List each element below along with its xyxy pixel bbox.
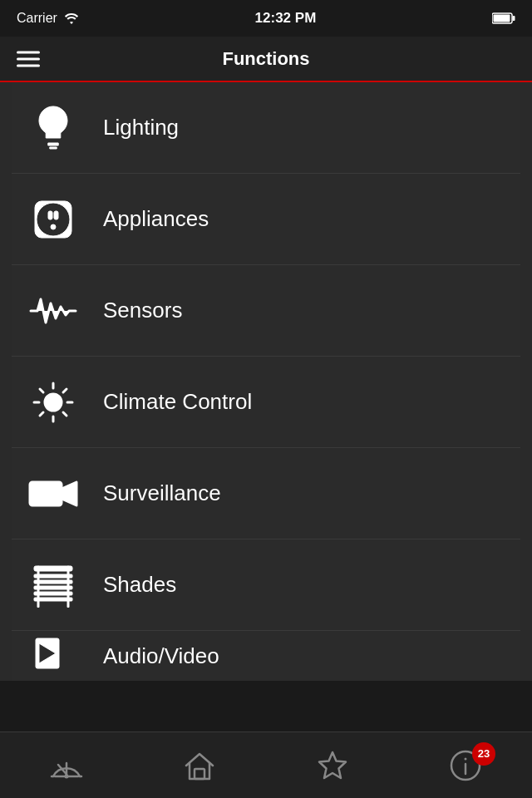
svg-rect-24 [34,598,72,601]
surveillance-label: Surveillance [103,480,221,506]
menu-item-lighting[interactable]: Lighting [12,82,520,174]
tab-home[interactable] [166,741,233,791]
menu-bar-2 [17,57,40,60]
wifi-icon [64,12,79,24]
menu-item-appliances[interactable]: Appliances [12,174,520,265]
tab-dashboard[interactable] [33,741,100,791]
waveform-icon [28,286,78,336]
menu-item-climate[interactable]: Climate Control [12,357,520,448]
status-bar: Carrier 12:32 PM [0,0,532,37]
tab-favorites[interactable] [299,741,366,791]
svg-rect-18 [30,482,62,505]
svg-marker-37 [319,752,346,778]
lighting-label: Lighting [103,115,179,140]
svg-rect-19 [34,566,72,571]
star-icon [316,749,349,782]
audiovideo-label: Audio/Video [103,643,219,669]
svg-rect-20 [34,574,72,578]
svg-rect-36 [195,769,204,779]
status-right [492,12,515,24]
sensors-label: Sensors [103,298,182,323]
climate-label: Climate Control [103,389,252,415]
menu-item-shades[interactable]: Shades [12,539,520,631]
menu-bar-3 [17,64,40,66]
status-time: 12:32 PM [255,10,317,27]
svg-rect-25 [37,566,39,608]
lightbulb-icon [28,103,78,153]
status-left: Carrier [17,11,79,26]
notification-badge: 23 [472,742,495,766]
carrier-label: Carrier [17,11,57,26]
menu-button[interactable] [17,51,40,66]
main-content: Lighting Appliances Sensors [0,82,532,681]
menu-item-audiovideo[interactable]: Audio/Video [12,631,520,681]
svg-rect-23 [34,592,72,595]
shades-icon [28,560,78,610]
svg-line-17 [40,412,43,416]
svg-point-40 [465,757,467,760]
tab-bar: 23 [0,732,532,798]
svg-point-5 [37,203,70,236]
gauge-icon [48,750,85,781]
house-icon [183,749,216,782]
audiovideo-icon [28,631,78,681]
sun-icon [28,377,78,427]
svg-point-8 [51,224,56,229]
menu-bar-1 [17,51,40,53]
battery-icon [492,12,515,24]
shades-label: Shades [103,572,176,598]
svg-rect-6 [48,211,52,219]
svg-rect-2 [494,15,510,22]
menu-item-sensors[interactable]: Sensors [12,265,520,357]
tab-info[interactable]: 23 [432,741,499,791]
svg-rect-7 [54,211,58,219]
outlet-icon [28,195,78,244]
camera-icon [28,469,78,519]
menu-item-surveillance[interactable]: Surveillance [12,448,520,539]
svg-line-15 [63,412,66,416]
svg-rect-26 [67,566,69,608]
header-title: Functions [222,48,309,70]
svg-point-9 [45,394,62,411]
svg-line-16 [63,389,66,392]
svg-rect-1 [513,16,515,21]
appliances-label: Appliances [103,206,209,232]
svg-rect-21 [34,580,72,584]
svg-rect-22 [34,586,72,589]
header: Functions [0,37,532,82]
svg-line-14 [40,389,43,392]
